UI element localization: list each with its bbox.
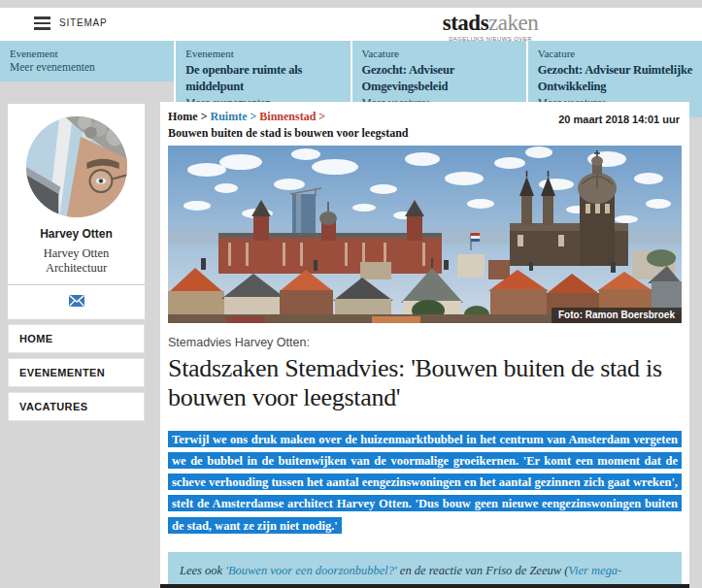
article-main: Home > Ruimte > Binnenstad > Bouwen buit… [160,102,689,588]
breadcrumb-home[interactable]: Home > [168,110,208,123]
photo-credit: Foto: Ramon Boersbroek [552,308,682,323]
author-profile-card: Harvey Otten Harvey Otten Architectuur [8,104,145,319]
envelope-icon [69,295,84,307]
article-kicker: Stemadvies Harvey Otten: [168,336,682,349]
amsterdam-skyline-photo [168,146,682,323]
email-row [17,285,135,319]
sitemap-label: SITEMAP [59,17,108,28]
sidebar-item-evenementen[interactable]: EVENEMENTEN [8,358,145,387]
read-also-prefix: Lees ook [180,564,225,577]
breadcrumb: Home > Ruimte > Binnenstad > Bouwen buit… [160,102,689,141]
teaser-more-link[interactable]: Meer evenementen [10,61,164,73]
author-organization: Harvey Otten Architectuur [17,246,135,276]
read-also-link-1[interactable]: 'Bouwen voor een doorzonbubbel?' [225,564,397,577]
breadcrumb-binnenstad[interactable]: Binnenstad > [259,110,325,123]
teaser-category: Vacature [362,48,517,59]
read-also-middle: en de reactie van Friso de Zeeuw ( [397,564,569,577]
teaser-title-link[interactable]: Gezocht: Adviseur Omgevingsbeleid [362,62,517,95]
highlighted-lead-text: Terwijl we ons druk maken over de huizen… [168,431,682,534]
avatar [26,116,127,217]
sitemap-button[interactable]: SITEMAP [34,16,108,30]
site-header: SITEMAP stadszaken DAGELIJKS NIEUWS OVER… [0,8,702,41]
teaser-title-link[interactable]: Gezocht: Adviseur Ruimtelijke Ontwikkeli… [538,62,692,95]
email-button[interactable] [69,293,84,310]
breadcrumb-current: Bouwen buiten de stad is bouwen voor lee… [168,125,682,141]
article-title: Stadszaken Stemadvies: 'Bouwen buiten de… [168,354,682,413]
teaser-title-link[interactable]: De openbare ruimte als middelpunt [185,62,340,95]
teaser-category: Evenement [10,48,164,59]
author-sidebar: Harvey Otten Harvey Otten Architectuur H… [8,104,145,421]
article-date: 20 maart 2018 14:01 uur [558,114,680,125]
teaser-event-1: Evenement Meer evenementen [0,41,174,82]
logo-wordmark: stadszaken [424,12,556,34]
hero-image: Foto: Ramon Boersbroek [168,146,682,323]
author-name: Harvey Otten [17,227,135,241]
teaser-category: Vacature [538,48,692,59]
hamburger-menu-icon [34,16,50,30]
read-also-box: Lees ook 'Bouwen voor een doorzonbubbel?… [168,552,682,588]
teaser-category: Evenement [185,48,340,59]
sidebar-item-home[interactable]: HOME [8,324,145,353]
footer-edge [160,584,689,588]
article-lead: Terwijl we ons druk maken over de huizen… [168,428,682,536]
breadcrumb-ruimte[interactable]: Ruimte > [211,110,257,123]
sidebar-item-vacatures[interactable]: VACATURES [8,392,145,421]
